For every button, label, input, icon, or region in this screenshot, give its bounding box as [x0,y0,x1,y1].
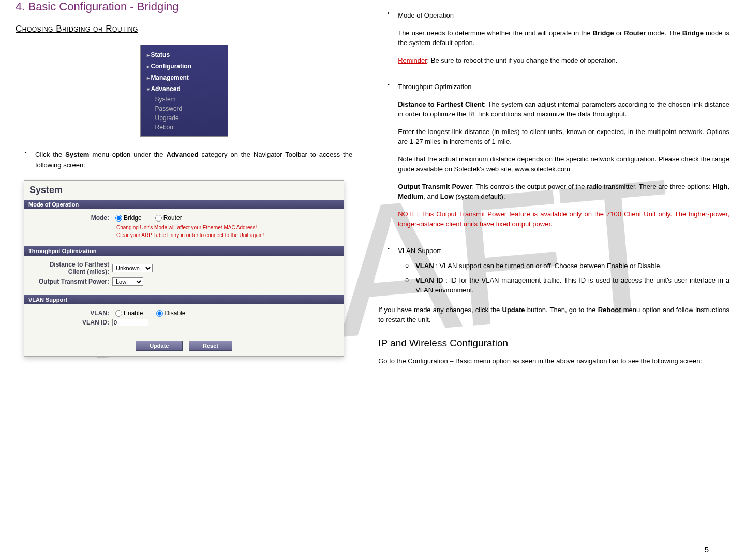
navigator-screenshot: Status Configuration Management Advanced… [16,45,352,137]
th-text2: Enter the longest link distance (in mile… [398,127,729,147]
vlan-bullet: • VLAN Support o VLAN : VLAN support can… [378,246,729,300]
nav-advanced: Advanced [141,83,228,95]
throughput-heading: Throughput Optimization [398,82,729,92]
page-title: 4. Basic Configuration - Bridging [16,0,352,13]
click-text: Click the System menu option under the A… [35,150,352,170]
mode-router-text: Router [163,214,182,222]
ip-text: Go to the Configuration – Basic menu opt… [378,356,729,366]
bullet-icon: • [16,150,35,170]
vlan-enable-radio[interactable] [115,310,122,317]
mode-heading: Mode of Operation [398,10,729,21]
update-reboot-text: If you have made any changes, click the … [378,305,729,325]
nav-upgrade: Upgrade [141,113,228,123]
nav-reboot: Reboot [141,123,228,132]
th-text1: Distance to Farthest Client: The system … [398,99,729,120]
bullet-icon: • [378,82,398,237]
nav-config: Configuration [141,61,228,72]
mode-label: Mode: [29,214,112,222]
update-button[interactable]: Update [136,341,183,351]
column-right: • Mode of Operation The user needs to de… [365,0,729,366]
otp-label: Output Transmit Power: [29,278,112,285]
nav-password: Password [141,104,228,113]
column-left: 4. Basic Configuration - Bridging Choosi… [16,0,365,366]
vlan-b-text: VLAN ID : ID for the VLAN management tra… [415,275,729,296]
vlan-sub-b: o VLAN ID : ID for the VLAN management t… [398,275,729,296]
otp-select[interactable]: Low [112,277,143,286]
mode-bullet: • Mode of Operation The user needs to de… [378,10,729,72]
vlan-sub-a: o VLAN : VLAN support can be turned on o… [398,261,729,271]
nav-management: Management [141,72,228,83]
page-columns: 4. Basic Configuration - Bridging Choosi… [0,0,745,366]
nav-system: System [141,95,228,104]
click-instruction: • Click the System menu option under the… [16,150,352,170]
vlanid-input[interactable] [112,319,148,326]
reminder-label: Reminder [398,56,427,64]
vlan-enable-text: Enable [124,310,143,317]
bar-vlan: VLAN Support [24,295,344,304]
page-number: 5 [705,545,709,554]
mode-warning1: Changing Unit's Mode will affect your Et… [116,224,338,231]
vlanid-label: VLAN ID: [29,319,112,326]
mode-router-radio[interactable] [155,215,162,222]
vlan-heading: VLAN Support [398,246,729,256]
distance-select[interactable]: Unknown [112,264,153,272]
vlan-disable-radio[interactable] [156,310,163,317]
vlan-a-text: VLAN : VLAN support can be turned on or … [415,261,729,271]
panel-title: System [24,181,344,200]
bar-mode: Mode of Operation [24,200,344,209]
th-note: NOTE: This Output Transmit Power feature… [398,209,729,229]
sub-letter: o [398,275,415,296]
nav-status: Status [141,49,228,61]
system-panel: System Mode of Operation Mode: Bridge Ro… [24,180,344,357]
dist-label: Distance to FarthestClient (miles): [29,261,112,275]
th-text4: Output Transmit Power: This controls the… [398,182,729,202]
mode-bridge-text: Bridge [124,214,142,222]
throughput-bullet: • Throughput Optimization Distance to Fa… [378,82,729,237]
vlan-disable-text: Disable [165,310,185,317]
sub-letter: o [398,261,415,271]
ip-heading: IP and Wireless Configuration [378,337,729,349]
mode-text: The user needs to determine whether the … [398,28,729,48]
mode-warning2: Clear your ARP Table Entry in order to c… [116,231,338,239]
mode-reminder: Reminder: Be sure to reboot the unit if … [398,55,729,66]
bullet-icon: • [378,246,398,300]
navigator-box: Status Configuration Management Advanced… [140,45,228,137]
vlan-label: VLAN: [29,310,112,317]
th-text3: Note that the actual maximum distance de… [398,154,729,174]
bullet-icon: • [378,10,398,72]
section-subtitle: Choosing Bridging or Routing [16,24,352,34]
mode-bridge-radio[interactable] [115,215,122,222]
reset-button[interactable]: Reset [189,341,232,351]
bar-throughput: Throughput Optimization [24,246,344,256]
